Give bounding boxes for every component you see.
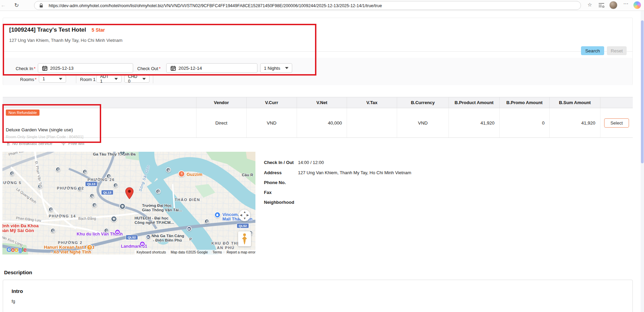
info-value: 14:00 / 12:00: [298, 160, 324, 165]
map-attribution: Keyboard shortcuts Map data ©2025 Google…: [135, 250, 255, 254]
url-text: https://dev-adm.ohmyhotel.com/hotel/room…: [49, 3, 382, 8]
col-header: B.Product Amount: [449, 97, 500, 108]
hotel-map-marker[interactable]: [125, 187, 134, 199]
favorites-star-icon[interactable]: ☆: [587, 2, 592, 8]
route-badge: QL52: [126, 235, 138, 240]
info-label: Phone No.: [264, 180, 286, 185]
map-label: AN PHÚ: [217, 246, 235, 250]
map-label: PHƯỜNG 2: [58, 241, 82, 245]
check-out-label: Check Out*: [137, 66, 160, 71]
child-count-select[interactable]: CHD 0: [124, 75, 150, 83]
rate-row: Non Refundable Deluxe Garden View (singl…: [3, 108, 633, 138]
map-label: Nhà Ga Tân Cảng: [152, 234, 184, 238]
pan-left-icon[interactable]: ◀: [240, 213, 242, 217]
pan-down-icon[interactable]: ▼: [243, 217, 246, 220]
favorites-list-icon[interactable]: [598, 3, 604, 8]
col-header: Vendor: [197, 97, 247, 108]
bus-stop-icon: [90, 193, 95, 198]
rates-table: Vendor V.Curr V.Net V.Tax B.Currency B.P…: [3, 97, 633, 138]
back-icon[interactable]: ←: [1, 2, 6, 8]
nights-select[interactable]: 1 Nights: [260, 63, 292, 73]
description-heading: Description: [4, 269, 32, 275]
map-label: Bạch Đằng: [78, 216, 96, 220]
col-header: V.Curr: [247, 97, 297, 108]
divider: [3, 51, 632, 52]
google-logo-letter: o: [15, 246, 18, 253]
profile-avatar[interactable]: [609, 1, 617, 9]
b-promo-amount-cell: 0: [500, 108, 550, 137]
restaurant-poi-icon: [87, 244, 93, 250]
pan-up-icon[interactable]: ▲: [243, 210, 246, 214]
keyboard-shortcuts-link[interactable]: Keyboard shortcuts: [137, 250, 166, 254]
pegman-icon: [241, 233, 248, 245]
map-data-text: Map data ©2025 Google: [171, 250, 208, 254]
v-tax-cell: [347, 108, 397, 137]
adult-count-select[interactable]: ADT 1: [96, 75, 122, 83]
col-header: [3, 97, 197, 108]
map-label: Cầu R: [242, 173, 253, 177]
vendor-cell: Direct: [197, 108, 247, 137]
google-map[interactable]: Ga Tàu Thủy Thanh ĐaPHƯỜNG 26PHƯỜNG 12PH…: [2, 152, 255, 254]
google-logo-letter: o: [11, 246, 15, 253]
reset-button[interactable]: Reset: [607, 46, 627, 55]
hotel-address: 127 Ung Van Khiem, Thanh My Tay, Ho Chi …: [9, 38, 123, 43]
more-menu-icon[interactable]: ⋯: [623, 1, 629, 7]
b-sum-amount-cell: 41,920: [550, 108, 600, 137]
check-out-input[interactable]: 2025-12-14: [166, 63, 257, 73]
street-view-pegman[interactable]: [238, 231, 251, 246]
map-label: Giao Thông Vận Tải...: [142, 208, 182, 212]
chevron-down-icon: [285, 67, 288, 69]
google-logo-letter: G: [6, 246, 11, 253]
amenity-breakfast: No Breakfast Service: [12, 141, 52, 146]
school-poi-icon: [119, 203, 126, 210]
v-curr-cell: VND: [247, 108, 297, 137]
scrollbar-thumb[interactable]: [641, 20, 644, 163]
rates-table-header: Vendor V.Curr V.Net V.Tax B.Currency B.P…: [3, 97, 633, 108]
col-header: [600, 97, 633, 108]
bus-stop-icon: [166, 167, 171, 173]
route-badge: QL13: [85, 181, 97, 186]
select-cell: Select: [600, 108, 633, 137]
room-info-cell: Non Refundable Deluxe Garden View (singl…: [3, 108, 197, 137]
plan-info: Room Only Single Use [Plan Code : 804501…: [6, 135, 83, 139]
divider: [153, 75, 153, 83]
copilot-icon[interactable]: [633, 1, 641, 9]
pan-right-icon[interactable]: ▶: [247, 213, 249, 217]
col-header: B.Sum Amount: [550, 97, 600, 108]
google-logo-letter: e: [23, 246, 27, 253]
route-badge: QL52: [237, 223, 249, 228]
camera-poi-icon: [114, 229, 121, 235]
reload-icon[interactable]: ↻: [14, 2, 19, 9]
search-button[interactable]: Search: [581, 46, 604, 55]
bus-stop-icon: [56, 167, 61, 172]
info-label: Neighborhood: [264, 200, 294, 205]
calendar-icon: [42, 66, 47, 71]
address-bar[interactable]: https://dev-adm.ohmyhotel.com/hotel/room…: [34, 1, 581, 10]
chevron-down-icon: [59, 78, 62, 80]
bus-stop-icon: [204, 219, 209, 224]
bus-stop-icon: [50, 228, 56, 233]
map-label: Hoàn Mỹ Sài Gòn: [2, 228, 34, 233]
rooms-select[interactable]: 1: [39, 75, 66, 83]
select-button[interactable]: Select: [604, 118, 629, 128]
lock-icon: [39, 3, 43, 8]
col-header: V.Net: [297, 97, 347, 108]
col-header: V.Tax: [347, 97, 397, 108]
no-breakfast-icon: [6, 142, 10, 146]
amenity-wifi: Free wifi: [68, 141, 84, 146]
check-in-input[interactable]: 2025-12-13: [38, 63, 133, 73]
col-header: B.Promo Amount: [500, 97, 550, 108]
check-in-label: Check In*: [16, 66, 35, 71]
v-net-cell: 40,000: [297, 108, 347, 137]
map-label: Guzzim: [187, 172, 202, 177]
terms-link[interactable]: Terms: [213, 250, 222, 254]
description-box: Intro fg: [3, 280, 633, 312]
map-label: THẢO ĐIỀN: [175, 198, 200, 202]
map-label: PHƯỜNG 5: [2, 181, 21, 185]
shopping-poi-icon: [214, 212, 221, 218]
report-map-error-link[interactable]: Report a map error: [227, 250, 255, 254]
map-pan-control[interactable]: ▲ ▼ ◀ ▶: [239, 210, 250, 221]
metro-poi-icon: M: [146, 234, 151, 240]
restaurant-poi-icon: [178, 170, 185, 177]
wifi-icon: [61, 142, 66, 146]
